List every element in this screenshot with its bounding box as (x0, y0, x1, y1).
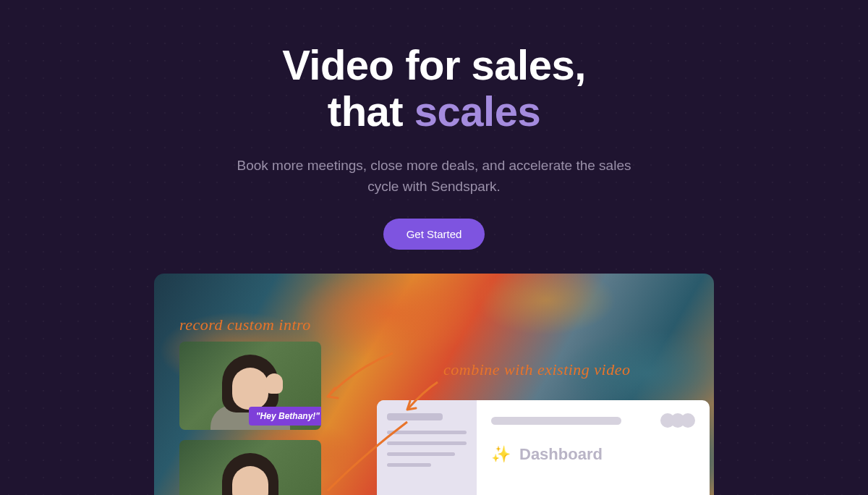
sidebar-placeholder-line (387, 463, 431, 467)
get-started-button[interactable]: Get Started (383, 219, 485, 250)
sidebar-placeholder-line (387, 441, 467, 445)
headline-line1: Video for sales, (282, 41, 586, 88)
mockup-sidebar (377, 400, 477, 495)
greeting-overlay: "Hey Bethany!" (249, 407, 321, 426)
intro-video-thumbnail-2 (179, 440, 321, 495)
dashboard-label: Dashboard (519, 445, 603, 464)
mockup-title-placeholder (491, 417, 621, 425)
annotation-combine-video: combine with existing video (443, 360, 631, 379)
headline: Video for sales, that scales (0, 42, 868, 135)
dashboard-row: ✨ Dashboard (491, 445, 695, 464)
headline-line2-prefix: that (328, 88, 414, 135)
headline-accent-word: scales (414, 88, 540, 135)
sparkles-icon: ✨ (491, 445, 511, 464)
sidebar-placeholder-line (387, 452, 455, 456)
intro-video-thumbnail-1: "Hey Bethany!" (179, 342, 321, 430)
person-avatar (210, 449, 290, 495)
sidebar-placeholder-line (387, 413, 443, 420)
annotation-record-intro: record custom intro (179, 316, 311, 334)
sidebar-placeholder-line (387, 431, 467, 434)
mockup-main-panel: ✨ Dashboard (477, 400, 710, 495)
browser-mockup: ✨ Dashboard (377, 400, 710, 495)
mockup-avatar-dots (665, 413, 695, 428)
hero-section: Video for sales, that scales Book more m… (0, 0, 868, 250)
subheadline: Book more meetings, close more deals, an… (224, 155, 644, 198)
hero-illustration: record custom intro combine with existin… (154, 274, 714, 495)
